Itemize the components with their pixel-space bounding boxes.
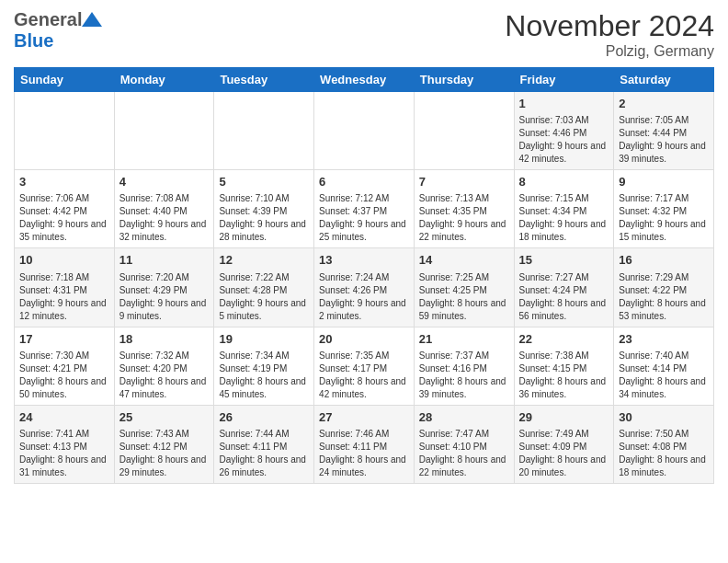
calendar-cell: 10Sunrise: 7:18 AM Sunset: 4:31 PM Dayli…	[15, 248, 115, 327]
day-number: 13	[319, 252, 409, 269]
day-info: Sunrise: 7:49 AM Sunset: 4:09 PM Dayligh…	[519, 428, 609, 479]
day-number: 3	[19, 174, 109, 190]
calendar-week-row: 3Sunrise: 7:06 AM Sunset: 4:42 PM Daylig…	[15, 170, 714, 248]
calendar-cell: 22Sunrise: 7:38 AM Sunset: 4:15 PM Dayli…	[514, 327, 614, 405]
day-number: 24	[19, 409, 109, 426]
calendar-cell: 16Sunrise: 7:29 AM Sunset: 4:22 PM Dayli…	[614, 248, 714, 327]
day-number: 28	[419, 409, 509, 426]
day-info: Sunrise: 7:06 AM Sunset: 4:42 PM Dayligh…	[19, 192, 109, 244]
calendar-cell: 18Sunrise: 7:32 AM Sunset: 4:20 PM Dayli…	[114, 327, 214, 405]
title-block: November 2024 Polzig, Germany	[505, 9, 714, 60]
calendar-cell: 30Sunrise: 7:50 AM Sunset: 4:08 PM Dayli…	[614, 405, 714, 483]
logo-icon	[82, 10, 102, 30]
calendar-cell: 20Sunrise: 7:35 AM Sunset: 4:17 PM Dayli…	[314, 327, 415, 405]
day-info: Sunrise: 7:25 AM Sunset: 4:25 PM Dayligh…	[419, 271, 509, 323]
calendar-header-row: Sunday Monday Tuesday Wednesday Thursday…	[15, 68, 714, 92]
calendar-cell: 4Sunrise: 7:08 AM Sunset: 4:40 PM Daylig…	[114, 170, 214, 248]
col-wednesday: Wednesday	[314, 68, 415, 92]
day-number: 8	[519, 174, 609, 190]
calendar-cell: 5Sunrise: 7:10 AM Sunset: 4:39 PM Daylig…	[214, 170, 314, 248]
calendar-cell	[214, 92, 314, 170]
day-number: 29	[519, 409, 609, 426]
day-info: Sunrise: 7:13 AM Sunset: 4:35 PM Dayligh…	[419, 192, 509, 244]
calendar-cell	[114, 92, 214, 170]
logo-general: General	[14, 9, 82, 30]
calendar-cell: 3Sunrise: 7:06 AM Sunset: 4:42 PM Daylig…	[15, 170, 115, 248]
svg-marker-0	[82, 12, 102, 27]
calendar-cell: 11Sunrise: 7:20 AM Sunset: 4:29 PM Dayli…	[114, 248, 214, 327]
col-friday: Friday	[514, 68, 614, 92]
day-number: 30	[619, 409, 709, 426]
day-info: Sunrise: 7:05 AM Sunset: 4:44 PM Dayligh…	[619, 114, 709, 166]
calendar-cell: 26Sunrise: 7:44 AM Sunset: 4:11 PM Dayli…	[214, 405, 314, 483]
calendar-week-row: 1Sunrise: 7:03 AM Sunset: 4:46 PM Daylig…	[15, 92, 714, 170]
day-info: Sunrise: 7:08 AM Sunset: 4:40 PM Dayligh…	[119, 192, 210, 244]
day-info: Sunrise: 7:29 AM Sunset: 4:22 PM Dayligh…	[619, 271, 709, 323]
day-number: 27	[319, 409, 409, 426]
day-number: 23	[619, 331, 709, 348]
day-info: Sunrise: 7:27 AM Sunset: 4:24 PM Dayligh…	[519, 271, 609, 323]
day-info: Sunrise: 7:38 AM Sunset: 4:15 PM Dayligh…	[519, 350, 609, 401]
day-number: 9	[619, 174, 709, 190]
page-header: General Blue November 2024 Polzig, Germa…	[14, 9, 714, 60]
calendar-cell: 24Sunrise: 7:41 AM Sunset: 4:13 PM Dayli…	[15, 405, 115, 483]
day-info: Sunrise: 7:37 AM Sunset: 4:16 PM Dayligh…	[419, 350, 509, 401]
calendar-cell: 17Sunrise: 7:30 AM Sunset: 4:21 PM Dayli…	[15, 327, 115, 405]
col-thursday: Thursday	[414, 68, 514, 92]
day-number: 20	[319, 331, 409, 348]
calendar-week-row: 24Sunrise: 7:41 AM Sunset: 4:13 PM Dayli…	[15, 405, 714, 483]
day-number: 25	[119, 409, 210, 426]
col-tuesday: Tuesday	[214, 68, 314, 92]
col-sunday: Sunday	[15, 68, 115, 92]
day-info: Sunrise: 7:12 AM Sunset: 4:37 PM Dayligh…	[319, 192, 409, 244]
calendar-table: Sunday Monday Tuesday Wednesday Thursday…	[14, 67, 714, 484]
calendar-cell	[15, 92, 115, 170]
day-number: 21	[419, 331, 509, 348]
calendar-week-row: 17Sunrise: 7:30 AM Sunset: 4:21 PM Dayli…	[15, 327, 714, 405]
day-number: 22	[519, 331, 609, 348]
logo-blue: Blue	[14, 30, 53, 51]
day-number: 26	[219, 409, 309, 426]
calendar-cell: 14Sunrise: 7:25 AM Sunset: 4:25 PM Dayli…	[414, 248, 514, 327]
calendar-body: 1Sunrise: 7:03 AM Sunset: 4:46 PM Daylig…	[15, 92, 714, 484]
calendar-cell: 6Sunrise: 7:12 AM Sunset: 4:37 PM Daylig…	[314, 170, 415, 248]
day-info: Sunrise: 7:46 AM Sunset: 4:11 PM Dayligh…	[319, 428, 409, 479]
day-info: Sunrise: 7:41 AM Sunset: 4:13 PM Dayligh…	[19, 428, 109, 479]
day-number: 5	[219, 174, 309, 190]
page-container: General Blue November 2024 Polzig, Germa…	[0, 0, 728, 493]
day-number: 1	[519, 96, 609, 112]
day-info: Sunrise: 7:18 AM Sunset: 4:31 PM Dayligh…	[19, 271, 109, 323]
day-number: 16	[619, 252, 709, 269]
calendar-cell: 1Sunrise: 7:03 AM Sunset: 4:46 PM Daylig…	[514, 92, 614, 170]
day-info: Sunrise: 7:30 AM Sunset: 4:21 PM Dayligh…	[19, 350, 109, 401]
day-number: 15	[519, 252, 609, 269]
col-saturday: Saturday	[614, 68, 714, 92]
day-info: Sunrise: 7:10 AM Sunset: 4:39 PM Dayligh…	[219, 192, 309, 244]
day-info: Sunrise: 7:22 AM Sunset: 4:28 PM Dayligh…	[219, 271, 309, 323]
calendar-cell: 7Sunrise: 7:13 AM Sunset: 4:35 PM Daylig…	[414, 170, 514, 248]
calendar-cell: 19Sunrise: 7:34 AM Sunset: 4:19 PM Dayli…	[214, 327, 314, 405]
calendar-cell: 12Sunrise: 7:22 AM Sunset: 4:28 PM Dayli…	[214, 248, 314, 327]
calendar-cell: 21Sunrise: 7:37 AM Sunset: 4:16 PM Dayli…	[414, 327, 514, 405]
day-info: Sunrise: 7:17 AM Sunset: 4:32 PM Dayligh…	[619, 192, 709, 244]
calendar-cell: 25Sunrise: 7:43 AM Sunset: 4:12 PM Dayli…	[114, 405, 214, 483]
calendar-cell: 8Sunrise: 7:15 AM Sunset: 4:34 PM Daylig…	[514, 170, 614, 248]
day-number: 17	[19, 331, 109, 348]
day-info: Sunrise: 7:50 AM Sunset: 4:08 PM Dayligh…	[619, 428, 709, 479]
calendar-cell: 28Sunrise: 7:47 AM Sunset: 4:10 PM Dayli…	[414, 405, 514, 483]
calendar-cell: 29Sunrise: 7:49 AM Sunset: 4:09 PM Dayli…	[514, 405, 614, 483]
day-info: Sunrise: 7:32 AM Sunset: 4:20 PM Dayligh…	[119, 350, 210, 401]
page-subtitle: Polzig, Germany	[505, 43, 714, 60]
day-info: Sunrise: 7:03 AM Sunset: 4:46 PM Dayligh…	[519, 114, 609, 166]
calendar-cell	[414, 92, 514, 170]
page-title: November 2024	[505, 9, 714, 43]
logo: General Blue	[14, 9, 102, 52]
day-info: Sunrise: 7:44 AM Sunset: 4:11 PM Dayligh…	[219, 428, 309, 479]
day-info: Sunrise: 7:15 AM Sunset: 4:34 PM Dayligh…	[519, 192, 609, 244]
day-number: 4	[119, 174, 210, 190]
day-info: Sunrise: 7:40 AM Sunset: 4:14 PM Dayligh…	[619, 350, 709, 401]
day-info: Sunrise: 7:20 AM Sunset: 4:29 PM Dayligh…	[119, 271, 210, 323]
calendar-week-row: 10Sunrise: 7:18 AM Sunset: 4:31 PM Dayli…	[15, 248, 714, 327]
calendar-cell: 15Sunrise: 7:27 AM Sunset: 4:24 PM Dayli…	[514, 248, 614, 327]
day-info: Sunrise: 7:24 AM Sunset: 4:26 PM Dayligh…	[319, 271, 409, 323]
